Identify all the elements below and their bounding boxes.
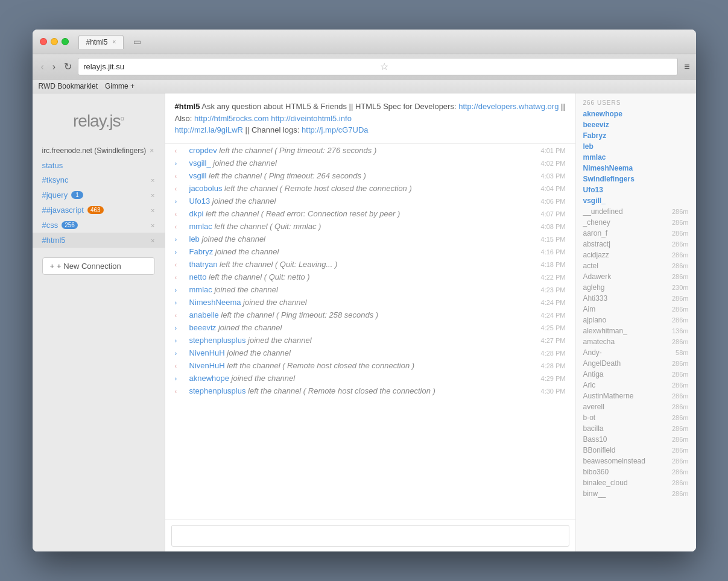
user-item-active[interactable]: aknewhope [576,108,696,119]
user-name[interactable]: Antiga [583,370,604,378]
user-item-active[interactable]: Ufo13 [576,184,696,195]
user-name[interactable]: b-ot [583,413,596,422]
sidebar-channel-jquery[interactable]: #jquery 1 × [33,187,165,203]
user-item-active[interactable]: NimeshNeema [576,163,696,174]
user-item[interactable]: Adawerk286m [576,271,696,282]
tab-close-icon[interactable]: × [113,39,116,45]
user-item[interactable]: actel286m [576,260,696,271]
user-item[interactable]: __undefined286m [576,206,696,217]
user-item[interactable]: amatecha286m [576,336,696,347]
user-item[interactable]: Andy-58m [576,347,696,358]
user-name[interactable]: NimeshNeema [583,164,633,172]
chat-input[interactable] [171,525,569,547]
user-item[interactable]: Aim286m [576,304,696,315]
user-item-active[interactable]: Fabryz [576,130,696,141]
user-item[interactable]: acidjazz286m [576,250,696,260]
user-name[interactable]: ajpiano [583,316,607,324]
user-name[interactable]: binw__ [583,489,606,498]
new-connection-button[interactable]: + + New Connection [42,257,155,275]
user-name[interactable]: AngelDeath [583,359,621,368]
user-name[interactable]: Aim [583,305,596,313]
user-item[interactable]: beawesomeinstead286m [576,456,696,466]
new-tab-button[interactable]: ▭ [128,34,146,49]
close-button[interactable] [40,38,47,45]
user-item[interactable]: averell286m [576,401,696,412]
user-item-active[interactable]: Swindlefingers [576,174,696,184]
user-name[interactable]: Andy- [583,348,602,357]
user-item[interactable]: Antiga286m [576,369,696,380]
forward-button[interactable]: › [50,60,58,74]
browser-tab[interactable]: #html5 × [78,35,124,49]
channel-link3[interactable]: http://diveintohtml5.info [271,114,352,123]
sidebar-channel-javascript[interactable]: ##javascript 463 × [33,203,165,218]
refresh-button[interactable]: ↻ [62,60,74,74]
channel-close-icon[interactable]: × [151,192,154,199]
sidebar-channel-tksync[interactable]: #tksync × [33,172,165,187]
server-close-icon[interactable]: × [150,146,154,155]
user-name[interactable]: __undefined [583,207,623,216]
user-item[interactable]: Aric286m [576,380,696,391]
user-name[interactable]: Adawerk [583,272,612,281]
user-name[interactable]: aglehg [583,283,605,292]
user-item[interactable]: binw__286m [576,488,696,499]
user-item[interactable]: Ahti333286m [576,293,696,304]
user-item[interactable]: _cheney286m [576,217,696,228]
user-name[interactable]: actel [583,262,598,270]
channel-link2[interactable]: http://html5rocks.com [194,114,269,123]
user-name[interactable]: amatecha [583,338,615,346]
user-item[interactable]: bacilla286m [576,423,696,434]
user-name[interactable]: Ufo13 [583,186,603,194]
user-item[interactable]: aaron_f286m [576,228,696,239]
channel-link1[interactable]: http://developers.whatwg.org [458,102,559,111]
user-name[interactable]: Ahti333 [583,294,608,303]
user-name[interactable]: aknewhope [583,110,622,118]
user-name[interactable]: AustinMatherne [583,392,634,400]
user-item[interactable]: binalee_cloud286m [576,477,696,488]
user-item-active[interactable]: vsgill_ [576,195,696,206]
user-name[interactable]: Swindlefingers [583,175,635,183]
back-button[interactable]: ‹ [39,60,46,74]
user-name[interactable]: bibo360 [583,468,609,476]
user-item-active[interactable]: mmlac [576,152,696,163]
user-name[interactable]: acidjazz [583,251,609,259]
user-item[interactable]: alexwhitman_136m [576,325,696,336]
user-name[interactable]: mmlac [583,153,606,162]
sidebar-channel-css[interactable]: #css 256 × [33,218,165,233]
channel-close-icon[interactable]: × [151,222,154,229]
sidebar-status[interactable]: status [33,159,165,172]
user-name[interactable]: leb [583,142,593,151]
user-name[interactable]: vsgill_ [583,196,606,205]
channel-close-icon[interactable]: × [151,237,154,244]
user-name[interactable]: binalee_cloud [583,479,628,487]
user-item[interactable]: b-ot286m [576,412,696,423]
url-bar[interactable]: relayjs.jit.su ☆ [78,58,678,75]
user-item[interactable]: ajpiano286m [576,315,696,325]
sidebar-channel-html5[interactable]: #html5 × [33,233,165,248]
user-name[interactable]: averell [583,403,604,411]
user-name[interactable]: beawesomeinstead [583,457,645,465]
user-item-active[interactable]: leb [576,141,696,152]
bookmark-star-icon[interactable]: ☆ [380,61,673,72]
channel-close-icon[interactable]: × [151,177,154,184]
channel-close-icon[interactable]: × [151,207,154,214]
user-item[interactable]: bibo360286m [576,466,696,477]
user-item[interactable]: AustinMatherne286m [576,391,696,401]
user-name[interactable]: _cheney [583,218,610,227]
user-name[interactable]: Fabryz [583,131,607,140]
user-name[interactable]: Bass10 [583,435,607,444]
user-name[interactable]: Aric [583,381,596,389]
user-item[interactable]: aglehg230m [576,282,696,293]
user-item-active[interactable]: beeeviz [576,119,696,130]
user-name[interactable]: alexwhitman_ [583,327,627,335]
bookmark-rwd[interactable]: RWD Bookmarklet [39,82,98,90]
user-item[interactable]: AngelDeath286m [576,358,696,369]
user-item[interactable]: BBonifield286m [576,445,696,456]
user-name[interactable]: aaron_f [583,229,608,237]
channel-link4[interactable]: http://mzl.la/9giLwR [175,125,243,134]
user-item[interactable]: Bass10286m [576,434,696,445]
browser-menu-icon[interactable]: ≡ [684,61,689,72]
user-item[interactable]: abstractj286m [576,239,696,250]
bookmark-gimme[interactable]: Gimme + [105,82,135,90]
minimize-button[interactable] [51,38,58,45]
user-name[interactable]: BBonifield [583,446,616,454]
